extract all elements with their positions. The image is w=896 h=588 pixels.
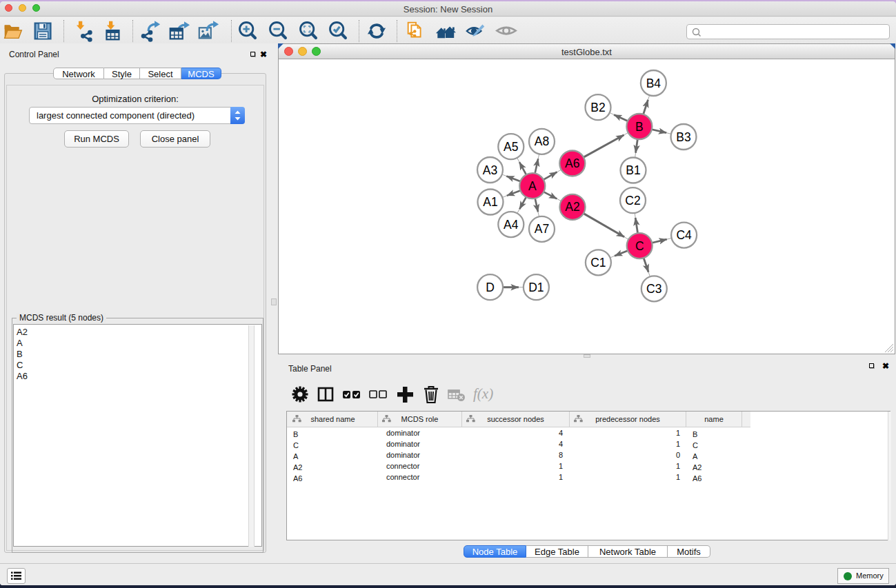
svg-text:D: D xyxy=(486,281,495,294)
svg-text:C: C xyxy=(635,239,644,253)
svg-text:B1: B1 xyxy=(626,163,640,177)
svg-text:B4: B4 xyxy=(646,77,661,90)
svg-text:A5: A5 xyxy=(504,140,518,154)
svg-text:C4: C4 xyxy=(676,228,692,242)
svg-text:B: B xyxy=(635,120,644,134)
svg-text:C1: C1 xyxy=(590,256,606,270)
svg-text:B2: B2 xyxy=(590,101,605,114)
svg-text:D1: D1 xyxy=(528,281,544,294)
svg-text:C3: C3 xyxy=(646,282,661,296)
svg-text:A2: A2 xyxy=(565,200,579,214)
svg-text:C2: C2 xyxy=(625,194,640,207)
svg-text:A1: A1 xyxy=(483,195,497,209)
svg-text:A: A xyxy=(528,179,537,193)
svg-text:A8: A8 xyxy=(535,134,549,148)
svg-text:B3: B3 xyxy=(676,130,690,144)
svg-text:A7: A7 xyxy=(535,222,549,236)
svg-text:A6: A6 xyxy=(565,156,579,170)
svg-text:A3: A3 xyxy=(483,163,497,177)
svg-text:A4: A4 xyxy=(504,218,519,232)
